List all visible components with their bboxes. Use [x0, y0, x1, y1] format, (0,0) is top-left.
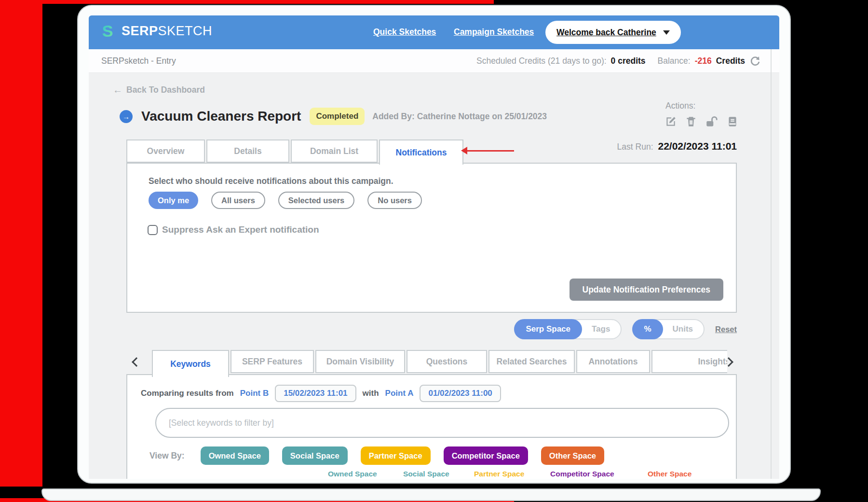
status-badge: Completed — [310, 108, 365, 125]
last-run-label: Last Run: — [617, 142, 653, 152]
tab-insights[interactable]: Insights — [651, 350, 727, 373]
delete-trash-icon[interactable] — [685, 115, 697, 128]
chart-legend: Owned Space Social Space Partner Space C… — [127, 470, 736, 479]
tab-serp-features[interactable]: SERP Features — [231, 350, 314, 373]
keywords-panel: Comparing results from Point B 15/02/202… — [126, 374, 737, 479]
suppress-row: Suppress Ask an Expert notification — [148, 224, 319, 235]
scrollbar[interactable] — [771, 49, 772, 479]
owned-space-button[interactable]: Owned Space — [201, 446, 269, 465]
back-to-dashboard-link[interactable]: ← Back To Dashboard — [113, 84, 205, 96]
point-b-label: Point B — [240, 389, 269, 398]
scheduled-credits-label: Scheduled Credits (21 days to go): — [476, 56, 606, 66]
svg-text:S: S — [102, 22, 113, 40]
suppress-label: Suppress Ask an Expert notification — [162, 224, 319, 235]
point-a-label: Point A — [385, 389, 414, 398]
partner-space-button[interactable]: Partner Space — [361, 446, 431, 465]
percent-units-toggle: % Units — [632, 319, 705, 339]
option-no-users[interactable]: No users — [367, 192, 422, 209]
option-only-me[interactable]: Only me — [149, 192, 198, 209]
brand-logo[interactable]: S SERPSKETCH — [98, 22, 212, 40]
chevron-left-icon[interactable] — [132, 357, 141, 367]
chevron-down-icon — [663, 30, 670, 35]
scheduled-credits-value: 0 credits — [611, 56, 646, 66]
serp-space-tags-toggle: Serp Space Tags — [514, 319, 622, 339]
notifications-panel: Select who should receive notifications … — [126, 163, 737, 313]
tab-domain-list[interactable]: Domain List — [291, 139, 378, 163]
log-book-icon[interactable] — [726, 115, 739, 128]
balance-unit: Credits — [716, 56, 745, 66]
recipient-options: Only me All users Selected users No user… — [149, 192, 422, 209]
update-notification-preferences-button[interactable]: Update Notification Preferences — [570, 279, 723, 301]
main-content: ← Back To Dashboard → Vacuum Cleaners Re… — [89, 73, 779, 479]
red-bar-top — [0, 0, 494, 4]
unlock-icon[interactable] — [705, 115, 719, 128]
laptop-screen: S SERPSKETCH Quick Sketches Campaign Ske… — [89, 15, 779, 479]
view-by-row: View By: Owned Space Social Space Partne… — [149, 446, 604, 465]
actions-label: Actions: — [665, 101, 695, 111]
user-menu[interactable]: Welcome back Catherine — [545, 21, 681, 44]
suppress-checkbox[interactable] — [148, 225, 158, 235]
balance-label: Balance: — [658, 56, 691, 66]
legend-partner-space: Partner Space — [474, 470, 524, 478]
comparison-row: Comparing results from Point B 15/02/202… — [141, 385, 501, 402]
brand-name: SERPSKETCH — [122, 24, 212, 39]
toggle-percent[interactable]: % — [632, 319, 663, 339]
filter-toggles: Serp Space Tags % Units Reset — [514, 319, 737, 339]
point-a-date-select[interactable]: 01/02/2023 11:00 — [420, 385, 501, 402]
comparison-prefix: Comparing results from — [141, 389, 234, 398]
data-tabs: Keywords SERP Features Domain Visibility… — [152, 350, 727, 377]
legend-competitor-space: Competitor Space — [550, 470, 614, 478]
point-b-date-select[interactable]: 15/02/2023 11:01 — [275, 385, 356, 402]
tab-annotations[interactable]: Annotations — [576, 350, 650, 373]
arrow-right-circle-icon[interactable]: → — [120, 110, 133, 123]
annotation-arrow-left-icon — [461, 147, 515, 154]
added-by-text: Added By: Catherine Nottage on 25/01/202… — [372, 112, 547, 122]
credits-summary: Scheduled Credits (21 days to go): 0 cre… — [476, 55, 761, 67]
serpsketch-logo-icon: S — [98, 22, 117, 40]
tab-details[interactable]: Details — [206, 139, 289, 163]
other-space-button[interactable]: Other Space — [541, 446, 604, 465]
user-menu-label: Welcome back Catherine — [556, 28, 656, 38]
nav-campaign-sketches[interactable]: Campaign Sketches — [454, 27, 534, 37]
reset-link[interactable]: Reset — [715, 325, 737, 334]
nav-quick-sketches[interactable]: Quick Sketches — [373, 27, 436, 37]
report-title-row: → Vacuum Cleaners Report Completed Added… — [120, 108, 547, 125]
tab-overview[interactable]: Overview — [126, 139, 205, 163]
toggle-units[interactable]: Units — [662, 324, 704, 334]
tab-related-searches[interactable]: Related Searches — [488, 350, 575, 373]
comparison-conjunction: with — [363, 389, 379, 398]
legend-other-space: Other Space — [648, 470, 692, 478]
option-selected-users[interactable]: Selected users — [278, 192, 354, 209]
arrow-left-icon: ← — [113, 84, 122, 96]
keyword-filter-input[interactable] — [155, 408, 729, 438]
subheader: SERPsketch - Entry Scheduled Credits (21… — [89, 49, 779, 73]
edit-icon[interactable] — [665, 115, 677, 128]
toggle-serp-space[interactable]: Serp Space — [514, 319, 582, 339]
tab-keywords[interactable]: Keywords — [152, 350, 229, 377]
laptop-base — [41, 488, 821, 501]
option-all-users[interactable]: All users — [211, 192, 265, 209]
legend-owned-space: Owned Space — [328, 470, 377, 478]
toggle-tags[interactable]: Tags — [581, 324, 621, 334]
app-header: S SERPSKETCH Quick Sketches Campaign Ske… — [89, 15, 779, 49]
actions-toolbar — [665, 115, 739, 128]
last-run: Last Run: 22/02/2023 11:01 — [617, 140, 737, 152]
balance-amount: -216 — [695, 56, 712, 66]
social-space-button[interactable]: Social Space — [282, 446, 348, 465]
page-title: Vacuum Cleaners Report — [141, 109, 301, 124]
back-label: Back To Dashboard — [126, 85, 205, 95]
legend-social-space: Social Space — [403, 470, 449, 478]
competitor-space-button[interactable]: Competitor Space — [444, 446, 528, 465]
tab-notifications[interactable]: Notifications — [379, 139, 463, 165]
tab-domain-visibility[interactable]: Domain Visibility — [315, 350, 405, 373]
tab-questions[interactable]: Questions — [407, 350, 487, 373]
last-run-value: 22/02/2023 11:01 — [658, 140, 737, 152]
red-stripe-left — [0, 0, 42, 487]
view-by-label: View By: — [149, 451, 185, 461]
notifications-prompt: Select who should receive notifications … — [149, 176, 393, 186]
report-tabs: Overview Details Domain List Notificatio… — [126, 139, 463, 165]
refresh-icon[interactable] — [749, 55, 761, 67]
breadcrumb: SERPsketch - Entry — [101, 56, 176, 66]
